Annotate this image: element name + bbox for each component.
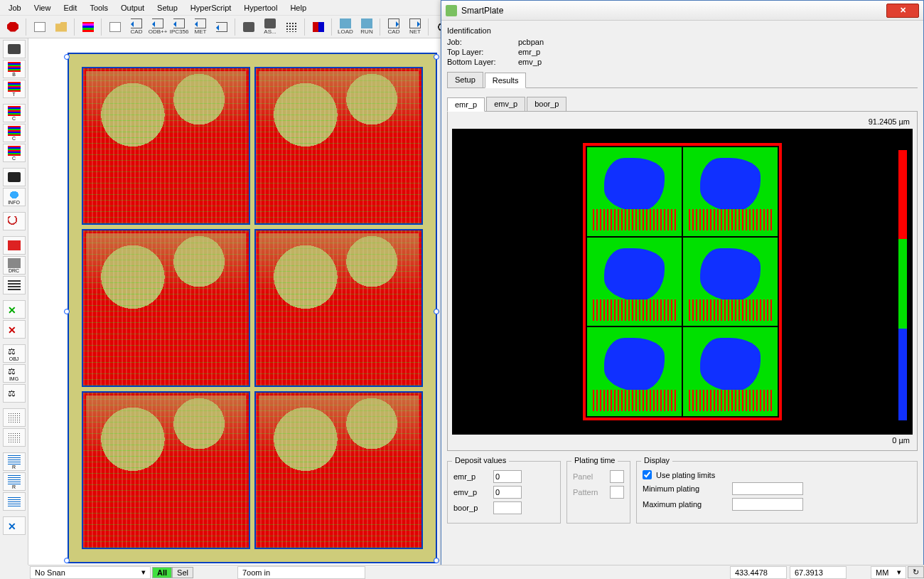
deposit-emr-label: emr_p <box>453 472 489 481</box>
lines-r2-button[interactable]: R <box>3 472 26 491</box>
save-as-button[interactable]: AS... <box>260 17 280 37</box>
export-net-button[interactable]: NET <box>405 17 425 37</box>
x-red-button[interactable]: ✕ <box>3 320 26 339</box>
swap-button[interactable] <box>308 17 328 37</box>
x-blue-button[interactable]: ✕ <box>3 516 26 535</box>
close-button[interactable]: ✕ <box>886 4 919 18</box>
plating-pattern-label: Pattern <box>573 488 606 496</box>
max-plating-input[interactable] <box>732 498 803 511</box>
menu-setup[interactable]: Setup <box>151 2 183 14</box>
menu-hyperscript[interactable]: HyperScript <box>185 2 237 14</box>
menu-hypertool[interactable]: Hypertool <box>238 2 283 14</box>
plating-fieldset: Plating time Panel Pattern <box>566 461 630 524</box>
red-tool-button[interactable] <box>3 236 26 255</box>
stop-button[interactable] <box>3 17 23 37</box>
subtab-emv[interactable]: emv_p <box>486 97 525 111</box>
scale-obj-button[interactable]: ⚖IMG <box>3 364 26 383</box>
unit-selector[interactable]: MM▾ <box>871 566 906 579</box>
x-green-button[interactable]: ✕ <box>3 300 26 319</box>
menu-help[interactable]: Help <box>284 2 312 14</box>
dialog-titlebar[interactable]: SmartPlate ✕ <box>441 1 923 21</box>
heatmap-view[interactable] <box>452 129 913 435</box>
display-fieldset: Display Use plating limits Minimum plati… <box>636 461 918 524</box>
top-layer-label: Top Layer: <box>447 48 511 56</box>
run-button[interactable]: RUN <box>357 17 377 37</box>
drc-button[interactable]: DRC <box>3 256 26 275</box>
chip-button[interactable] <box>3 168 26 186</box>
tab-setup[interactable]: Setup <box>447 72 483 87</box>
import-cad-button[interactable]: CAD <box>127 17 146 37</box>
pcb-instance <box>254 67 423 225</box>
coord-y: 67.3913 <box>790 566 847 579</box>
menu-output[interactable]: Output <box>115 2 150 14</box>
pcb-panel <box>68 53 437 563</box>
camera-button[interactable] <box>3 40 26 58</box>
info-button[interactable]: INFO <box>3 188 26 206</box>
import-generic-button[interactable] <box>212 17 232 37</box>
identification-section: Identification Job:pcbpan Top Layer:emr_… <box>447 26 918 66</box>
import-odb-button[interactable]: ODB++ <box>148 17 168 37</box>
heatmap-cell <box>587 147 682 236</box>
zoom-button[interactable] <box>3 212 26 230</box>
layer-c1-button[interactable]: C <box>3 104 26 122</box>
subtab-emr[interactable]: emr_p <box>447 97 485 112</box>
fiducial-marker <box>64 54 70 60</box>
heatmap-cell <box>587 327 682 416</box>
bottom-layer-value: emv_p <box>518 58 542 66</box>
menu-job[interactable]: Job <box>3 2 27 14</box>
top-layer-value: emr_p <box>518 48 540 56</box>
save-button[interactable] <box>239 17 259 37</box>
zoom-status[interactable]: 7oom in <box>237 566 365 579</box>
layer-t-button[interactable]: T <box>3 80 26 98</box>
new-button[interactable] <box>30 17 50 37</box>
menu-edit[interactable]: Edit <box>58 2 82 14</box>
layer-c2-button[interactable]: C <box>3 124 26 142</box>
dots2-button[interactable] <box>3 428 26 447</box>
bars-button[interactable] <box>3 276 26 294</box>
load-button[interactable]: LOAD <box>335 17 355 37</box>
dots1-button[interactable] <box>3 408 26 427</box>
snap-status[interactable]: No Snan▾ <box>30 566 151 579</box>
plating-pattern-input <box>610 486 624 499</box>
menu-view[interactable]: View <box>28 2 57 14</box>
layer-b-button[interactable]: B <box>3 60 26 78</box>
sel-button[interactable]: Sel <box>172 567 193 578</box>
all-button[interactable]: All <box>152 567 172 578</box>
deposit-emv-label: emv_p <box>453 488 489 496</box>
deposit-emv-input[interactable] <box>493 486 522 499</box>
fiducial-marker <box>434 309 439 314</box>
status-bar: No Snan▾ All Sel 7oom in 433.4478 67.391… <box>28 565 924 579</box>
scale-img-button[interactable]: ⚖ <box>3 384 26 403</box>
lines-r3-button[interactable] <box>3 492 26 511</box>
lines-r1-button[interactable]: R <box>3 452 26 471</box>
tab-results[interactable]: Results <box>485 73 527 88</box>
deposit-emr-input[interactable] <box>493 470 522 483</box>
import-ipc-button[interactable]: IPC356 <box>169 17 189 37</box>
min-plating-input[interactable] <box>732 482 803 495</box>
fiducial-marker <box>64 558 70 563</box>
use-plating-limits-checkbox[interactable] <box>643 470 652 479</box>
layers-button[interactable] <box>78 17 98 37</box>
result-max-value: 91.2405 µm <box>452 116 913 127</box>
page-button[interactable] <box>105 17 125 37</box>
smartplate-dialog: SmartPlate ✕ Identification Job:pcbpan T… <box>441 0 924 579</box>
scale-net-button[interactable]: ⚖OBJ <box>3 344 26 363</box>
export-cad-button[interactable]: CAD <box>384 17 404 37</box>
deposit-boor-input[interactable] <box>493 501 522 514</box>
subtab-boor[interactable]: boor_p <box>527 97 566 111</box>
refresh-button[interactable]: ↻ <box>908 566 924 578</box>
layer-c3-button[interactable]: C <box>3 144 26 162</box>
grid-button[interactable] <box>281 17 301 37</box>
result-panel: 91.2405 µm 0 µm <box>447 112 918 451</box>
left-sidebar: B T C C C INFO DRC ✕ ✕ ⚖OBJ ⚖IMG ⚖ R R ✕ <box>0 38 28 565</box>
import-met-button[interactable]: MET <box>190 17 210 37</box>
dialog-title: SmartPlate <box>461 6 503 16</box>
open-button[interactable] <box>51 17 71 37</box>
max-plating-label: Maximum plating <box>643 500 728 509</box>
main-canvas[interactable] <box>28 38 441 565</box>
menu-tools[interactable]: Tools <box>84 2 114 14</box>
deposit-boor-label: boor_p <box>453 504 489 512</box>
heatmap-cell <box>587 238 682 326</box>
pcb-instance <box>82 67 250 225</box>
pcb-instance <box>254 229 423 387</box>
